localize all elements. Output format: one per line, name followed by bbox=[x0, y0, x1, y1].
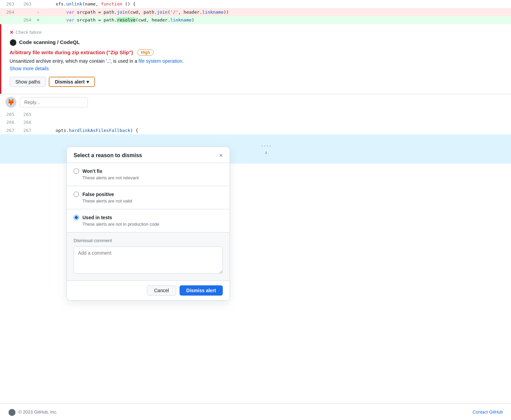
radio-label-false-positive[interactable]: False positive bbox=[82, 192, 114, 197]
cancel-button[interactable]: Cancel bbox=[147, 285, 176, 296]
footer-copyright: © 2023 GitHub, Inc. bbox=[18, 409, 57, 415]
footer-right: Contact GitHub bbox=[473, 409, 503, 415]
check-failure-panel: ✕ Check failure ⬤ Code scanning / CodeQL… bbox=[0, 24, 511, 94]
check-title: ⬤ Code scanning / CodeQL bbox=[10, 39, 503, 46]
line-num-old: 263 bbox=[0, 0, 17, 8]
reply-row: 🦊 bbox=[0, 94, 511, 110]
dismiss-alert-button[interactable]: Dismiss alert ▾ bbox=[49, 77, 95, 87]
modal-header: Select a reason to dismiss × bbox=[67, 147, 230, 163]
github-icon: ⬤ bbox=[10, 39, 16, 46]
code-line: opts.hardlinkAsFilesFallback) { bbox=[42, 126, 511, 135]
modal-body: Won't fix These alerts are not relevant … bbox=[67, 163, 230, 232]
alert-title-text: Arbitrary file write during zip extracti… bbox=[10, 49, 133, 55]
radio-used-in-tests[interactable] bbox=[74, 215, 79, 220]
line-num-old: 267 bbox=[0, 126, 17, 135]
radio-option-used-in-tests: Used in tests These alerts are not in pr… bbox=[67, 209, 230, 232]
dropdown-chevron-icon: ▾ bbox=[87, 79, 89, 85]
alert-title: Arbitrary file write during zip extracti… bbox=[10, 49, 503, 56]
modal-title: Select a reason to dismiss bbox=[74, 152, 142, 159]
diff-row-266: 266 266 bbox=[0, 118, 511, 126]
diff-sign bbox=[34, 126, 42, 135]
line-num-new: 267 bbox=[17, 126, 34, 135]
line-num-old: 264 bbox=[0, 8, 17, 16]
diff-row-265: 265 265 bbox=[0, 110, 511, 119]
radio-label-wont-fix[interactable]: Won't fix bbox=[82, 168, 102, 174]
dismiss-reason-modal: Select a reason to dismiss × Won't fix T… bbox=[66, 147, 230, 301]
radio-row-used-in-tests: Used in tests bbox=[74, 215, 223, 220]
modal-footer: Cancel Dismiss alert bbox=[67, 280, 230, 300]
check-failure-header: ✕ Check failure bbox=[10, 30, 503, 35]
line-num-old: 265 bbox=[0, 110, 17, 119]
diff-sign bbox=[34, 110, 42, 119]
code-line: var srcpath = path.resolve(cwd, header.l… bbox=[42, 16, 511, 24]
github-footer-icon: ⬤ bbox=[8, 408, 16, 416]
radio-label-used-in-tests[interactable]: Used in tests bbox=[82, 215, 112, 220]
modal-close-button[interactable]: × bbox=[219, 152, 223, 159]
x-icon: ✕ bbox=[10, 30, 14, 35]
alert-description: Unsanitized archive entry, which may con… bbox=[10, 58, 503, 64]
diff-sign: + bbox=[34, 16, 42, 24]
expand-down-icon: ↓ bbox=[262, 150, 270, 155]
avatar: 🦊 bbox=[5, 97, 16, 108]
comment-textarea[interactable] bbox=[74, 246, 223, 274]
radio-wont-fix[interactable] bbox=[74, 168, 79, 174]
expand-icon: ···· bbox=[261, 143, 272, 148]
diff-row-added: 264 + var srcpath = path.resolve(cwd, he… bbox=[0, 16, 511, 24]
radio-desc-false-positive: These alerts are not valid bbox=[82, 198, 223, 204]
line-num-new: 263 bbox=[17, 0, 34, 8]
line-num-new: 266 bbox=[17, 118, 34, 126]
diff-row-neutral: 263 263 xfs.unlink(name, function () { bbox=[0, 0, 511, 8]
radio-desc-wont-fix: These alerts are not relevant bbox=[82, 175, 223, 180]
radio-desc-used-in-tests: These alerts are not in production code bbox=[82, 222, 223, 227]
dismissal-comment-label: Dismissal comment bbox=[74, 238, 223, 243]
radio-row-false-positive: False positive bbox=[74, 192, 223, 197]
file-system-link[interactable]: file system operation bbox=[139, 58, 182, 64]
action-buttons: Show paths Dismiss alert ▾ bbox=[10, 77, 503, 87]
show-paths-button[interactable]: Show paths bbox=[10, 77, 46, 87]
diff-sign bbox=[34, 118, 42, 126]
code-line: xfs.unlink(name, function () { bbox=[42, 0, 511, 8]
radio-false-positive[interactable] bbox=[74, 192, 79, 197]
diff-row-removed: 264 - var srcpath = path.join(cwd, path.… bbox=[0, 8, 511, 16]
contact-github-link[interactable]: Contact GitHub bbox=[473, 409, 503, 415]
radio-row-wont-fix: Won't fix bbox=[74, 168, 223, 174]
dismissal-comment-section: Dismissal comment bbox=[67, 232, 230, 280]
line-num-new bbox=[17, 8, 34, 16]
page-footer: ⬤ © 2023 GitHub, Inc. Contact GitHub bbox=[0, 403, 511, 420]
code-line bbox=[42, 118, 511, 126]
code-line: var srcpath = path.join(cwd, path.join('… bbox=[42, 8, 511, 16]
diff-sign: - bbox=[34, 8, 42, 16]
reply-input[interactable] bbox=[20, 97, 88, 107]
line-num-old: 266 bbox=[0, 118, 17, 126]
check-failure-label: Check failure bbox=[16, 30, 42, 35]
code-line bbox=[42, 110, 511, 119]
radio-option-wont-fix: Won't fix These alerts are not relevant bbox=[67, 163, 230, 186]
footer-left: ⬤ © 2023 GitHub, Inc. bbox=[8, 408, 57, 416]
dismiss-final-button[interactable]: Dismiss alert bbox=[180, 285, 223, 296]
line-num-new: 264 bbox=[17, 16, 34, 24]
diff-sign bbox=[34, 0, 42, 8]
severity-badge: High bbox=[137, 49, 154, 56]
diff-row-267: 267 267 opts.hardlinkAsFilesFallback) { bbox=[0, 126, 511, 135]
show-more-details-link[interactable]: Show more details bbox=[10, 66, 503, 71]
line-num-new: 265 bbox=[17, 110, 34, 119]
line-num-old bbox=[0, 16, 17, 24]
diff-table: 263 263 xfs.unlink(name, function () { 2… bbox=[0, 0, 511, 24]
radio-option-false-positive: False positive These alerts are not vali… bbox=[67, 186, 230, 209]
dismiss-alert-label: Dismiss alert bbox=[55, 79, 84, 85]
check-title-text: Code scanning / CodeQL bbox=[19, 39, 80, 45]
